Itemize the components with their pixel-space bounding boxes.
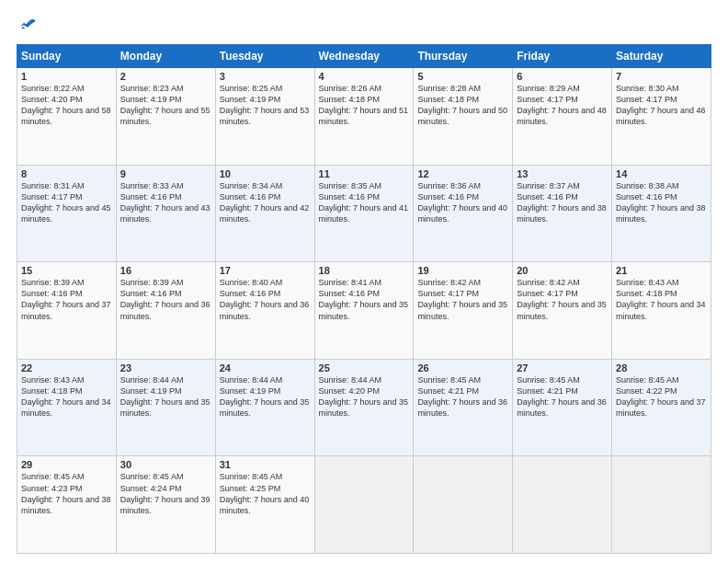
- weekday-header-row: SundayMondayTuesdayWednesdayThursdayFrid…: [17, 45, 711, 68]
- day-detail: Sunrise: 8:45 AMSunset: 4:21 PMDaylight:…: [517, 375, 607, 418]
- day-detail: Sunrise: 8:34 AMSunset: 4:16 PMDaylight:…: [220, 181, 310, 224]
- calendar-cell: [513, 456, 612, 554]
- day-number: 1: [21, 71, 112, 82]
- calendar-cell: 21Sunrise: 8:43 AMSunset: 4:18 PMDayligh…: [612, 262, 711, 360]
- weekday-header-tuesday: Tuesday: [215, 45, 314, 68]
- calendar-cell: 13Sunrise: 8:37 AMSunset: 4:16 PMDayligh…: [513, 165, 612, 262]
- day-detail: Sunrise: 8:30 AMSunset: 4:17 PMDaylight:…: [616, 84, 706, 126]
- day-number: 23: [120, 362, 211, 373]
- day-number: 8: [21, 168, 112, 179]
- weekday-header-friday: Friday: [513, 45, 612, 68]
- day-number: 7: [616, 71, 707, 82]
- calendar: SundayMondayTuesdayWednesdayThursdayFrid…: [17, 44, 711, 554]
- day-number: 16: [120, 265, 211, 276]
- day-number: 3: [220, 71, 311, 82]
- day-detail: Sunrise: 8:22 AMSunset: 4:20 PMDaylight:…: [21, 84, 111, 126]
- calendar-cell: 26Sunrise: 8:45 AMSunset: 4:21 PMDayligh…: [414, 359, 513, 456]
- day-number: 14: [616, 168, 707, 179]
- calendar-cell: 7Sunrise: 8:30 AMSunset: 4:17 PMDaylight…: [612, 68, 711, 166]
- weekday-header-saturday: Saturday: [612, 45, 711, 68]
- day-number: 25: [319, 362, 410, 373]
- day-number: 28: [616, 362, 707, 373]
- day-number: 30: [120, 459, 211, 470]
- calendar-table: SundayMondayTuesdayWednesdayThursdayFrid…: [17, 44, 711, 554]
- calendar-cell: 12Sunrise: 8:36 AMSunset: 4:16 PMDayligh…: [414, 165, 513, 262]
- calendar-cell: 28Sunrise: 8:45 AMSunset: 4:22 PMDayligh…: [612, 359, 711, 456]
- day-detail: Sunrise: 8:44 AMSunset: 4:19 PMDaylight:…: [220, 375, 310, 418]
- day-number: 12: [417, 168, 508, 179]
- calendar-cell: 27Sunrise: 8:45 AMSunset: 4:21 PMDayligh…: [513, 359, 612, 456]
- header: [17, 17, 711, 35]
- day-detail: Sunrise: 8:25 AMSunset: 4:19 PMDaylight:…: [220, 84, 310, 126]
- day-detail: Sunrise: 8:44 AMSunset: 4:20 PMDaylight:…: [319, 375, 409, 418]
- calendar-cell: 9Sunrise: 8:33 AMSunset: 4:16 PMDaylight…: [116, 165, 215, 262]
- day-detail: Sunrise: 8:44 AMSunset: 4:19 PMDaylight:…: [120, 375, 210, 418]
- calendar-week-row: 15Sunrise: 8:39 AMSunset: 4:16 PMDayligh…: [17, 262, 711, 360]
- day-detail: Sunrise: 8:45 AMSunset: 4:22 PMDaylight:…: [616, 375, 706, 418]
- calendar-cell: 2Sunrise: 8:23 AMSunset: 4:19 PMDaylight…: [116, 68, 215, 166]
- day-detail: Sunrise: 8:28 AMSunset: 4:18 PMDaylight:…: [417, 84, 507, 126]
- day-number: 29: [21, 459, 112, 470]
- day-detail: Sunrise: 8:43 AMSunset: 4:18 PMDaylight:…: [21, 375, 111, 418]
- day-number: 24: [220, 362, 311, 373]
- page: SundayMondayTuesdayWednesdayThursdayFrid…: [0, 0, 728, 563]
- day-number: 5: [417, 71, 508, 82]
- calendar-cell: 18Sunrise: 8:41 AMSunset: 4:16 PMDayligh…: [314, 262, 414, 360]
- weekday-header-monday: Monday: [116, 45, 215, 68]
- calendar-cell: 3Sunrise: 8:25 AMSunset: 4:19 PMDaylight…: [215, 68, 314, 166]
- day-number: 10: [220, 168, 311, 179]
- calendar-cell: 25Sunrise: 8:44 AMSunset: 4:20 PMDayligh…: [314, 359, 414, 456]
- day-number: 2: [120, 71, 211, 82]
- day-number: 18: [319, 265, 410, 276]
- day-detail: Sunrise: 8:45 AMSunset: 4:25 PMDaylight:…: [220, 472, 310, 514]
- calendar-cell: 19Sunrise: 8:42 AMSunset: 4:17 PMDayligh…: [414, 262, 513, 360]
- calendar-cell: 24Sunrise: 8:44 AMSunset: 4:19 PMDayligh…: [215, 359, 314, 456]
- day-number: 22: [21, 362, 112, 373]
- day-detail: Sunrise: 8:45 AMSunset: 4:24 PMDaylight:…: [120, 472, 210, 514]
- calendar-cell: 30Sunrise: 8:45 AMSunset: 4:24 PMDayligh…: [116, 456, 215, 554]
- calendar-cell: 4Sunrise: 8:26 AMSunset: 4:18 PMDaylight…: [314, 68, 414, 166]
- day-detail: Sunrise: 8:45 AMSunset: 4:21 PMDaylight:…: [417, 375, 507, 418]
- day-detail: Sunrise: 8:35 AMSunset: 4:16 PMDaylight:…: [319, 181, 409, 224]
- calendar-cell: 15Sunrise: 8:39 AMSunset: 4:16 PMDayligh…: [17, 262, 117, 360]
- day-number: 6: [517, 71, 608, 82]
- calendar-cell: 20Sunrise: 8:42 AMSunset: 4:17 PMDayligh…: [513, 262, 612, 360]
- calendar-cell: 5Sunrise: 8:28 AMSunset: 4:18 PMDaylight…: [414, 68, 513, 166]
- day-detail: Sunrise: 8:38 AMSunset: 4:16 PMDaylight:…: [616, 181, 706, 224]
- day-number: 19: [417, 265, 508, 276]
- day-detail: Sunrise: 8:43 AMSunset: 4:18 PMDaylight:…: [616, 278, 706, 320]
- day-number: 21: [616, 265, 707, 276]
- calendar-cell: 31Sunrise: 8:45 AMSunset: 4:25 PMDayligh…: [215, 456, 314, 554]
- weekday-header-sunday: Sunday: [17, 45, 117, 68]
- weekday-header-wednesday: Wednesday: [314, 45, 414, 68]
- day-detail: Sunrise: 8:31 AMSunset: 4:17 PMDaylight:…: [21, 181, 111, 224]
- calendar-week-row: 29Sunrise: 8:45 AMSunset: 4:23 PMDayligh…: [17, 456, 711, 554]
- day-number: 17: [220, 265, 311, 276]
- weekday-header-thursday: Thursday: [414, 45, 513, 68]
- day-number: 20: [517, 265, 608, 276]
- calendar-week-row: 8Sunrise: 8:31 AMSunset: 4:17 PMDaylight…: [17, 165, 711, 262]
- day-number: 13: [517, 168, 608, 179]
- calendar-cell: 16Sunrise: 8:39 AMSunset: 4:16 PMDayligh…: [116, 262, 215, 360]
- day-number: 4: [319, 71, 410, 82]
- calendar-cell: [612, 456, 711, 554]
- calendar-cell: 6Sunrise: 8:29 AMSunset: 4:17 PMDaylight…: [513, 68, 612, 166]
- day-number: 11: [319, 168, 410, 179]
- day-detail: Sunrise: 8:42 AMSunset: 4:17 PMDaylight:…: [517, 278, 607, 320]
- day-detail: Sunrise: 8:39 AMSunset: 4:16 PMDaylight:…: [120, 278, 210, 320]
- day-detail: Sunrise: 8:36 AMSunset: 4:16 PMDaylight:…: [417, 181, 507, 224]
- calendar-cell: 1Sunrise: 8:22 AMSunset: 4:20 PMDaylight…: [17, 68, 117, 166]
- calendar-week-row: 22Sunrise: 8:43 AMSunset: 4:18 PMDayligh…: [17, 359, 711, 456]
- day-detail: Sunrise: 8:39 AMSunset: 4:16 PMDaylight:…: [21, 278, 111, 320]
- day-number: 26: [417, 362, 508, 373]
- day-detail: Sunrise: 8:26 AMSunset: 4:18 PMDaylight:…: [319, 84, 409, 126]
- day-detail: Sunrise: 8:41 AMSunset: 4:16 PMDaylight:…: [319, 278, 409, 320]
- day-number: 9: [120, 168, 211, 179]
- day-detail: Sunrise: 8:45 AMSunset: 4:23 PMDaylight:…: [21, 472, 111, 514]
- day-number: 31: [220, 459, 311, 470]
- calendar-cell: [314, 456, 414, 554]
- day-detail: Sunrise: 8:23 AMSunset: 4:19 PMDaylight:…: [120, 84, 210, 126]
- calendar-cell: 22Sunrise: 8:43 AMSunset: 4:18 PMDayligh…: [17, 359, 117, 456]
- day-detail: Sunrise: 8:37 AMSunset: 4:16 PMDaylight:…: [517, 181, 607, 224]
- calendar-cell: 29Sunrise: 8:45 AMSunset: 4:23 PMDayligh…: [17, 456, 117, 554]
